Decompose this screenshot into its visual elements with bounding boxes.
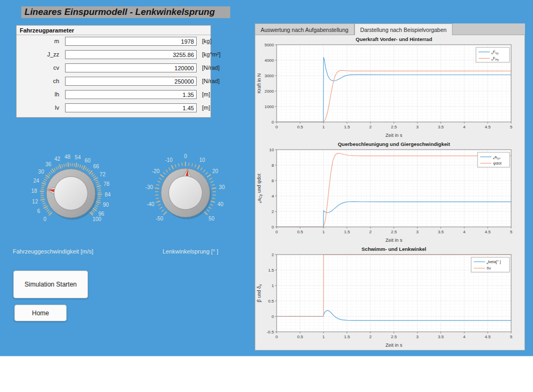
knob-tick-label: 42: [54, 156, 61, 162]
param-input-cv[interactable]: [65, 63, 197, 72]
svg-text:3000: 3000: [264, 74, 274, 78]
svg-text:4000: 4000: [264, 58, 274, 63]
svg-text:2: 2: [272, 252, 274, 257]
knob-vehicle-speed[interactable]: 06121824303642485460667278849096100: [26, 148, 116, 239]
svg-text:2000: 2000: [264, 89, 274, 94]
knob-tick-label: 40: [217, 201, 224, 207]
panel-title-separator: [17, 35, 211, 35]
knob-tick-label: 12: [32, 199, 38, 205]
svg-text:1.5: 1.5: [268, 268, 274, 273]
svg-text:0.5: 0.5: [297, 230, 303, 234]
svg-text:4.5: 4.5: [484, 334, 491, 339]
tab-auswertung-nach-aufgabenstellung[interactable]: Auswertung nach Aufgabenstellung: [255, 23, 354, 35]
svg-text:1: 1: [272, 283, 274, 288]
svg-text:1000: 1000: [264, 104, 274, 109]
knob-steering-step-caption: Lenkwinkelsprung [° ]: [163, 248, 219, 255]
param-label-cv: cv: [17, 64, 59, 71]
param-input-lh[interactable]: [65, 90, 197, 99]
tab-darstellung-nach-beispielvorgaben[interactable]: Darstellung nach Beispielvorgaben: [354, 23, 453, 35]
knob-tick-label: -20: [152, 168, 160, 174]
legend-label-delta_v: δv: [487, 266, 491, 271]
svg-text:5: 5: [510, 125, 513, 129]
knob-steering-step[interactable]: -50-40-30-20-1001020304050: [140, 148, 231, 238]
param-row-ch: ch [N/rad]: [17, 77, 211, 86]
svg-text:2.5: 2.5: [391, 125, 397, 129]
svg-text:-0.5: -0.5: [266, 330, 274, 334]
svg-text:6: 6: [272, 178, 274, 183]
param-label-m: m: [17, 38, 59, 44]
chart-title: Querkraft Vorder- und Hinterrad: [356, 36, 432, 42]
chart-querkraft: 00.511.522.533.544.550100020003000400050…: [255, 35, 524, 140]
svg-text:2.5: 2.5: [391, 230, 397, 234]
app-title: Lineares Einspurmodell - Lenkwinkelsprun…: [21, 6, 230, 18]
svg-text:0.5: 0.5: [297, 334, 303, 339]
param-input-ch[interactable]: [65, 77, 197, 86]
svg-text:8: 8: [272, 163, 274, 168]
param-label-lh: lh: [17, 91, 59, 97]
param-input-m[interactable]: [65, 37, 197, 46]
simulation-start-button[interactable]: Simulation Starten: [13, 271, 88, 298]
tab-content: 00.511.522.533.544.550100020003000400050…: [255, 35, 525, 350]
knob-tick-label: 36: [45, 161, 52, 167]
param-unit-jzz: [kg*m²]: [202, 51, 221, 58]
knob-tick-label: -50: [156, 216, 164, 222]
knob-tick-label: 72: [100, 172, 106, 177]
home-button[interactable]: Home: [14, 305, 67, 321]
chart-title: Schwimm- und Lenkwinkel: [361, 246, 426, 252]
svg-text:3: 3: [416, 125, 419, 129]
param-row-cv: cv [N/rad]: [17, 63, 211, 73]
knob-svg[interactable]: 06121824303642485460667278849096100: [26, 148, 116, 239]
param-label-jzz: J_zz: [17, 51, 59, 58]
knob-tick-label: 18: [31, 188, 38, 194]
param-unit-lh: [m]: [202, 91, 210, 97]
knob-tick-label: 0: [43, 216, 46, 222]
svg-text:0: 0: [272, 314, 274, 319]
tab-bar: Auswertung nach Aufgabenstellung Darstel…: [255, 23, 525, 35]
param-unit-lv: [m]: [202, 104, 210, 111]
knob-svg[interactable]: -50-40-30-20-1001020304050: [140, 148, 231, 238]
knob-tick-label: 50: [208, 216, 215, 222]
svg-text:1: 1: [322, 230, 325, 234]
knob-tick-label: 84: [104, 192, 111, 198]
param-input-lv[interactable]: [65, 103, 197, 112]
param-row-jzz: J_zz [kg*m²]: [17, 50, 211, 60]
knob-tick-label: 60: [85, 158, 91, 164]
param-unit-cv: [N/rad]: [202, 64, 220, 71]
knob-tick-label: 78: [103, 181, 110, 187]
knob-face[interactable]: [169, 176, 203, 210]
svg-text:0.5: 0.5: [297, 125, 303, 129]
svg-text:2: 2: [369, 230, 372, 234]
svg-text:5: 5: [510, 230, 513, 234]
x-axis-label: Zeit in s: [385, 238, 402, 243]
knob-tick-label: 54: [75, 154, 81, 160]
svg-text:2: 2: [272, 209, 274, 214]
y-axis-label: Kraft in N: [256, 74, 262, 94]
svg-text:2.5: 2.5: [391, 334, 397, 339]
svg-text:3.5: 3.5: [438, 230, 444, 234]
svg-text:4: 4: [272, 194, 274, 199]
svg-text:3.5: 3.5: [438, 125, 444, 129]
svg-text:4: 4: [463, 125, 466, 129]
results-tab-panel: Auswertung nach Aufgabenstellung Darstel…: [255, 23, 525, 350]
vehicle-parameters-panel: Fahrzeugparameter m [kg] J_zz [kg*m²] cv…: [16, 25, 211, 118]
svg-text:1.5: 1.5: [344, 334, 350, 339]
svg-text:2: 2: [369, 334, 372, 339]
param-row-m: m [kg]: [17, 37, 211, 46]
knob-tick-label: 66: [93, 164, 100, 169]
knob-tick-label: 30: [38, 169, 45, 175]
param-input-jzz[interactable]: [65, 50, 197, 59]
knob-face[interactable]: [54, 177, 88, 210]
knob-tick-label: -40: [147, 201, 155, 207]
svg-text:3.5: 3.5: [438, 334, 444, 339]
svg-text:0: 0: [276, 230, 278, 234]
svg-text:1.5: 1.5: [344, 230, 350, 234]
svg-text:0: 0: [276, 125, 278, 129]
svg-text:0: 0: [276, 334, 278, 339]
chart-svg: 00.511.522.533.544.55-0.500.511.52Schwim…: [255, 245, 524, 350]
tab-bar-filler: [453, 23, 525, 35]
svg-text:2: 2: [369, 125, 372, 129]
param-unit-ch: [N/rad]: [202, 78, 220, 84]
chart-schwimm-lenkwinkel: 00.511.522.533.544.55-0.500.511.52Schwim…: [255, 245, 524, 350]
legend-label-kbeta: κbeta[° ]: [487, 259, 501, 265]
svg-text:1.5: 1.5: [344, 125, 350, 129]
